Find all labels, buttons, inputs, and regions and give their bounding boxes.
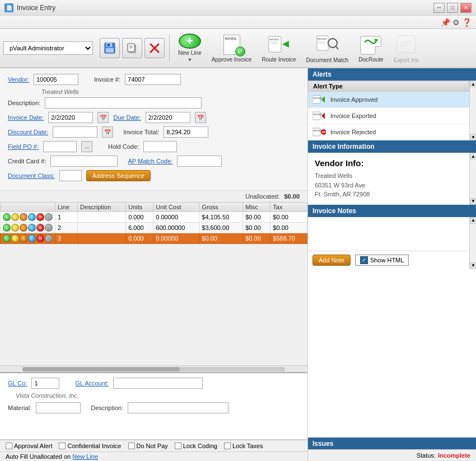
table-row[interactable]: + c ↕ i ✕ 📎 3 0.000	[1, 233, 307, 244]
lines-scrollbar[interactable]	[0, 365, 307, 372]
lock-coding-cb[interactable]	[175, 443, 181, 449]
scroll-down-notes[interactable]: ▼	[470, 262, 476, 269]
field-po-label[interactable]: Field PO #:	[8, 143, 39, 150]
gl-co-input[interactable]	[31, 378, 59, 389]
due-date-cal[interactable]: 📅	[195, 112, 206, 123]
new-line-button[interactable]: + New Line ▼	[174, 32, 206, 64]
approve-invoice-button[interactable]: ✓ Approve Invoice	[208, 32, 256, 64]
row-attach-btn[interactable]: 📎	[45, 224, 53, 232]
row-gross: $0.00	[199, 233, 243, 244]
row-del-btn[interactable]: ✕	[36, 224, 44, 232]
field-po-browse[interactable]: ...	[81, 141, 92, 152]
row-add-btn[interactable]: +	[3, 224, 11, 232]
row-attach-btn[interactable]: 📎	[45, 213, 53, 221]
minimize-button[interactable]: ─	[433, 3, 445, 13]
row-info-btn[interactable]: i	[28, 213, 36, 221]
pin-icon[interactable]: 📌	[441, 18, 450, 27]
scroll-up[interactable]: ▲	[470, 81, 476, 87]
lines-table: Line Description Units Unit Cost Gross M…	[0, 202, 307, 244]
invoice-num-input[interactable]	[125, 74, 181, 85]
scroll-down-info[interactable]: ▼	[470, 198, 476, 205]
alert-row-rejected[interactable]: INVOICE Invoice Rejected	[308, 124, 469, 140]
maximize-button[interactable]: □	[447, 3, 458, 13]
save-button[interactable]	[100, 38, 120, 58]
lock-taxes-cb[interactable]	[224, 443, 231, 449]
lines-table-container[interactable]: Line Description Units Unit Cost Gross M…	[0, 202, 307, 365]
gl-account-input[interactable]	[113, 378, 203, 389]
lock-coding-checkbox[interactable]: Lock Coding	[175, 443, 217, 449]
close-button[interactable]: ✕	[460, 3, 472, 13]
due-date-label[interactable]: Due Date:	[113, 114, 141, 121]
table-row[interactable]: + c ↕ i ✕ 📎 1 0.000	[1, 212, 307, 223]
do-not-pay-cb[interactable]	[128, 443, 135, 449]
row-copy-btn[interactable]: c	[11, 234, 19, 242]
invoice-date-label[interactable]: Invoice Date:	[8, 114, 44, 121]
material-input[interactable]	[36, 402, 81, 413]
invoice-date-input[interactable]	[48, 112, 93, 123]
invoice-total-input[interactable]	[164, 126, 208, 138]
alert-row-approved[interactable]: INVOICE Invoice Approved	[308, 92, 469, 108]
vendor-input[interactable]	[34, 74, 78, 85]
row-info-btn[interactable]: i	[28, 234, 36, 242]
confidential-checkbox[interactable]: Confidential Invoice	[59, 443, 121, 449]
gl-account-label[interactable]: GL Account:	[75, 380, 109, 387]
help-icon[interactable]: ❓	[462, 18, 472, 27]
gl-co-label[interactable]: GL Co:	[8, 380, 27, 387]
do-not-pay-checkbox[interactable]: Do Not Pay	[128, 443, 168, 449]
description-input[interactable]	[45, 97, 202, 109]
settings-icon[interactable]: ⚙	[452, 18, 460, 27]
due-date-input[interactable]	[146, 112, 190, 123]
document-class-label[interactable]: Document Class:	[8, 172, 55, 179]
discount-date-label[interactable]: Discount Date:	[8, 129, 48, 135]
row-info-btn[interactable]: i	[28, 224, 36, 232]
scroll-down[interactable]: ▼	[470, 134, 476, 140]
alerts-scrollbar[interactable]: ▲ ▼	[469, 81, 476, 140]
show-html-checkbox[interactable]: ✓	[360, 256, 368, 264]
row-add-btn[interactable]: +	[3, 234, 11, 242]
confidential-cb[interactable]	[59, 443, 66, 449]
user-dropdown[interactable]: pVault Administrator	[3, 41, 93, 55]
row-del-btn[interactable]: ✕	[36, 234, 44, 242]
document-class-input[interactable]	[59, 170, 82, 181]
credit-card-input[interactable]	[50, 156, 118, 167]
scroll-up-notes[interactable]: ▲	[470, 217, 476, 224]
scroll-up-info[interactable]: ▲	[470, 153, 476, 159]
row-add-btn[interactable]: +	[3, 213, 11, 221]
row-del-btn[interactable]: ✕	[36, 213, 44, 221]
table-row[interactable]: + c ↕ i ✕ 📎 2 6.000	[1, 223, 307, 233]
row-units: 6.000	[126, 223, 153, 233]
row-attach-btn[interactable]: 📎	[45, 234, 53, 242]
invoice-info-scrollbar[interactable]: ▲ ▼	[469, 153, 476, 205]
row-copy-btn[interactable]: c	[11, 213, 19, 221]
alert-row-exported[interactable]: INVOICE Invoice Exported	[308, 108, 469, 124]
lock-taxes-checkbox[interactable]: Lock Taxes	[224, 443, 263, 449]
notes-scrollbar[interactable]: ▲ ▼	[469, 217, 476, 269]
route-invoice-button[interactable]: INVOICE Route Invoice	[258, 32, 300, 64]
approval-alert-checkbox[interactable]: Approval Alert	[6, 443, 52, 449]
add-note-button[interactable]: Add Note	[312, 255, 351, 266]
notes-text-area[interactable]	[308, 217, 469, 251]
ap-match-input[interactable]	[177, 156, 222, 167]
delete-button[interactable]	[144, 38, 165, 58]
ap-match-label[interactable]: AP Match Code:	[128, 158, 172, 164]
col-btns	[1, 203, 55, 212]
row-move-btn[interactable]: ↕	[20, 224, 27, 232]
hold-code-input[interactable]	[143, 141, 177, 152]
document-match-button[interactable]: INVOICE Document Match	[302, 32, 353, 64]
copy-button[interactable]	[122, 38, 142, 58]
discount-date-input[interactable]	[53, 126, 97, 138]
row-copy-btn[interactable]: c	[11, 224, 19, 232]
address-sequence-button[interactable]: Address Sequence	[86, 170, 151, 181]
approval-alert-cb[interactable]	[6, 443, 12, 449]
vendor-label[interactable]: Vendor:	[8, 76, 29, 83]
do-not-pay-label: Do Not Pay	[137, 443, 168, 449]
invoice-date-cal[interactable]: 📅	[97, 112, 109, 123]
show-html-button[interactable]: ✓ Show HTML	[355, 255, 409, 266]
field-po-input[interactable]	[43, 141, 77, 152]
new-line-link[interactable]: New Line	[72, 453, 98, 460]
gl-description-input[interactable]	[128, 402, 228, 413]
discount-date-cal[interactable]: 📅	[102, 126, 113, 138]
docroute-button[interactable]: DocRoute	[354, 32, 387, 64]
row-move-btn[interactable]: ↕	[20, 213, 27, 221]
row-move-btn[interactable]: ↕	[20, 234, 27, 242]
